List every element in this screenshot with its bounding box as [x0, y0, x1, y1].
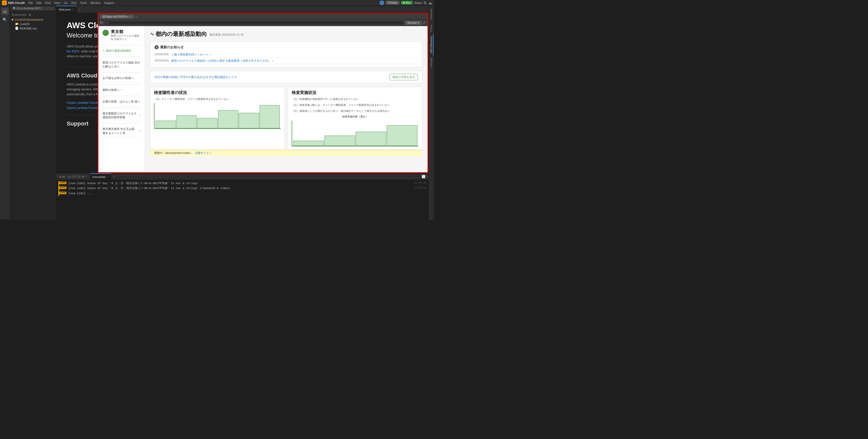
- jp-card2-note3: （注）速報値として公開するものであり、後日確定データとして修正される場合あり: [292, 109, 418, 113]
- bottom-tab-node-label: node - 'ip-172-31-38: [59, 175, 85, 178]
- trend-icon: ∿: [150, 31, 154, 37]
- jp-logo-icon: 🌿: [102, 30, 109, 36]
- menu-find[interactable]: Find: [43, 0, 52, 6]
- jp-bar-6: [259, 105, 280, 128]
- jp-nav-label-3: 都民の皆様へ: [102, 88, 120, 92]
- covid19-folder-icon: 📁: [15, 22, 19, 26]
- jp-card1-chart: [154, 103, 281, 129]
- external-icon-5: ↗: [138, 114, 141, 117]
- menu-run[interactable]: Run: [70, 0, 78, 6]
- jp-notice-row-1: 2020/03/26 新型コロナウイルス感染症への対応に関する緊急要望（令和２年…: [154, 58, 418, 64]
- notice-text-0: １都４県知事共同メッセージ: [171, 53, 208, 56]
- external-icon-6: ↗: [138, 129, 141, 133]
- log-text-2: [vue-i18n] ...: [68, 192, 92, 195]
- jp-card1-title: 検査陽性者の状況: [154, 90, 281, 96]
- menu-window[interactable]: Window: [89, 0, 102, 6]
- preview-button[interactable]: Preview: [386, 1, 400, 5]
- main-layout: 🗂 🔍 🔍 Go to Anything (⌘ P) Environment ⚙…: [0, 6, 434, 220]
- tree-item-root[interactable]: ▶ Covid19-Development: [10, 17, 56, 22]
- right-tab-debugger[interactable]: Debugger: [429, 55, 433, 70]
- sidebar-search-icon[interactable]: 🔍: [1, 16, 8, 23]
- tree-item-readme[interactable]: 📄 README.md: [10, 26, 56, 30]
- menu-go[interactable]: Go: [62, 0, 69, 6]
- jp-consultation-button[interactable]: 相談の手順を見る: [390, 74, 418, 80]
- browser-tab-add[interactable]: +: [135, 14, 137, 19]
- jp-nav-item-5[interactable]: 東京都新型コロナウイルス 感染症対策本部報 ↗: [102, 110, 141, 121]
- jp-nav-item-2[interactable]: お子様をお持ちの皆様へ: [102, 75, 141, 82]
- jp-card2-title: 検査実施状況: [292, 90, 418, 96]
- jp-nav-item-4[interactable]: 企業の皆様・はたらく皆 様へ: [102, 98, 141, 105]
- right-tab-collaborate[interactable]: Collaborate: [429, 7, 433, 23]
- bottom-tab-node-close[interactable]: ×: [86, 175, 87, 178]
- browser-content: 🌿 東京都 新型コロナウイルス感染症 対策サイト 都内の最新感染動向: [98, 26, 428, 172]
- menu-support[interactable]: Support: [102, 0, 116, 6]
- run-label: Run: [406, 1, 410, 4]
- menu-view[interactable]: View: [53, 0, 62, 6]
- jp-nav-item-3[interactable]: 都民の皆様へ ↗: [102, 87, 141, 94]
- jp-bar-t1: [293, 141, 324, 146]
- jp-nav-item-1[interactable]: 新型コロナウイルス感染 症が心配なときに: [102, 59, 141, 70]
- jp-tokyo-title: 東京都: [111, 29, 141, 34]
- readme-file-icon: 📄: [15, 27, 19, 30]
- menu-tools[interactable]: Tools: [79, 0, 88, 6]
- environment-settings-icon[interactable]: ⚙: [28, 13, 31, 17]
- notice-ext-icon-0: ↗: [209, 54, 211, 56]
- jp-nav-item-6[interactable]: 東京都主催等 中止又は延 期するイベント等 ↗: [102, 126, 141, 137]
- environment-label: Environment: [11, 13, 27, 17]
- jp-logo-area: 🌿 東京都 新型コロナウイルス感染症 対策サイト: [102, 29, 141, 41]
- bottom-tab-immediate-close[interactable]: ×: [107, 175, 108, 178]
- bottom-tab-node[interactable]: node - 'ip-172-31-38 ×: [56, 173, 90, 180]
- jp-consultation-text: 自分や家族の症状に不安や心配があればまずは電話相談をどうぞ: [154, 75, 237, 79]
- jp-card1-note: （注）チャーター機帰国者、クルーズ船乗客等は含まれていない: [154, 97, 281, 101]
- bottom-right-controls: ⬜ ×: [422, 175, 428, 179]
- goto-anything-search[interactable]: 🔍 Go to Anything (⌘ P): [12, 7, 54, 10]
- run-button[interactable]: Run: [401, 1, 412, 5]
- jp-nav-item-0[interactable]: 都内の最新感染動向: [102, 47, 141, 55]
- browser-tab-active[interactable]: [B] https://dc763d7bl × ×: [100, 15, 133, 19]
- menu-bar-right: 👤 Preview Run Share ⚙ ☁: [379, 1, 432, 5]
- root-folder-name: Covid19-Development: [15, 18, 43, 21]
- jp-nav-label-5: 東京都新型コロナウイルス 感染症対策本部報: [102, 112, 137, 120]
- bottom-tab-add[interactable]: +: [111, 175, 117, 179]
- jp-main-header: ∿ 都内の最新感染動向 最終更新 2020/03/26 21:45: [150, 30, 423, 38]
- maximize-button[interactable]: ⤢: [423, 21, 426, 25]
- bottom-panel: node - 'ip-172-31-38 × Immediate × + ⬜ ×…: [56, 173, 428, 220]
- menu-file[interactable]: File: [27, 0, 34, 6]
- cloud-icon[interactable]: ☁: [428, 1, 432, 5]
- log-text-1: [vue-i18n] Value of key '※ 土・日・祝日を除く7:30…: [68, 186, 230, 190]
- app-logo: ☁ AWS Cloud9: [2, 1, 25, 5]
- dev-banner-link[interactable]: 公開サイトへ: [195, 151, 212, 155]
- address-input[interactable]: [104, 21, 404, 25]
- share-button[interactable]: Share: [414, 1, 422, 4]
- bottom-minimize-button[interactable]: ⬜: [422, 175, 426, 179]
- tab-add-button[interactable]: +: [77, 7, 83, 11]
- bottom-tab-immediate[interactable]: Immediate ×: [90, 173, 111, 180]
- log-line-0: WARN [vue-i18n] Value of key '※ 土・日・祝日を除…: [58, 181, 426, 186]
- tab-welcome[interactable]: Welcome ×: [56, 6, 77, 13]
- settings-icon[interactable]: ⚙: [424, 1, 427, 5]
- jp-nav-label-1: 新型コロナウイルス感染 症が心配なときに: [102, 61, 140, 68]
- sidebar-environment-icon[interactable]: 🗂: [1, 8, 8, 15]
- notice-link-1[interactable]: 新型コロナウイルス感染症への対応に関する緊急要望（令和２年３月２６日） ↗: [171, 59, 274, 63]
- jp-bar-1: [156, 121, 176, 128]
- notice-link-0[interactable]: １都４県知事共同メッセージ ↗: [171, 53, 211, 57]
- bottom-close-button[interactable]: ×: [427, 175, 428, 179]
- log-line-1: WARN [vue-i18n] Value of key '※ 土・日・祝日を除…: [58, 186, 426, 191]
- reload-button[interactable]: ↻: [100, 21, 103, 25]
- jp-sidebar: 🌿 東京都 新型コロナウイルス感染症 対策サイト 都内の最新感染動向: [98, 26, 145, 172]
- browser-dropdown-button[interactable]: Browser ▾: [405, 21, 421, 25]
- browser-tab-close[interactable]: ×: [129, 15, 131, 18]
- tab-welcome-close[interactable]: ×: [72, 8, 74, 11]
- tree-item-covid19[interactable]: 📁 covid19: [10, 22, 56, 26]
- warn-badge-0: WARN: [59, 182, 66, 184]
- editor-area: Welcome × + AWS Cloud9 Welcome to your d…: [56, 6, 428, 220]
- jp-cards-row: 検査陽性者の状況 （注）チャーター機帰国者、クルーズ船乗客等は含まれていない: [150, 87, 423, 150]
- browser-toolbar: [B] https://dc763d7bl × × +: [98, 14, 428, 20]
- menu-edit[interactable]: Edit: [35, 0, 43, 6]
- jp-notice-title: ℹ 最新のお知らせ: [154, 45, 418, 50]
- file-tree-panel: 🔍 Go to Anything (⌘ P) Environment ⚙ ▶ C…: [10, 6, 56, 220]
- right-tab-aws-resources[interactable]: AWS Resources: [429, 34, 433, 56]
- jp-card-positive: 検査陽性者の状況 （注）チャーター機帰国者、クルーズ船乗客等は含まれていない: [150, 87, 285, 150]
- dev-banner-text: 開発中（development mode）: [154, 151, 193, 155]
- right-tab-outline[interactable]: Outline: [429, 23, 433, 34]
